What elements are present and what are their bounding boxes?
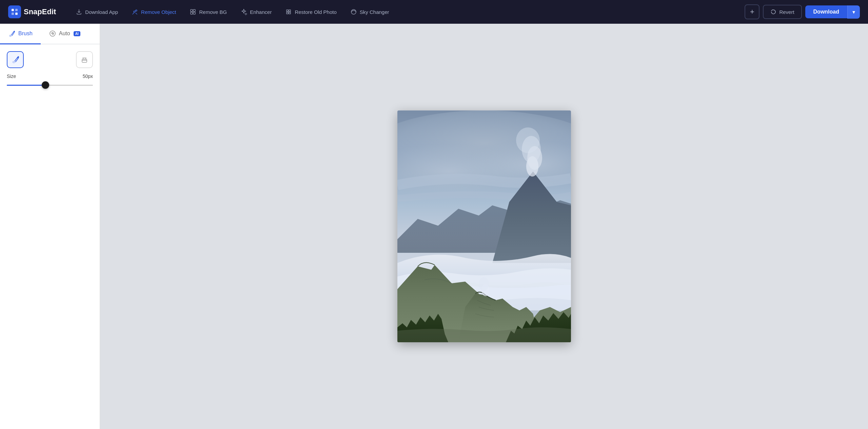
chevron-down-icon: ▾ bbox=[852, 9, 855, 15]
header-right: + Revert Download ▾ bbox=[745, 4, 860, 19]
svg-rect-6 bbox=[193, 9, 195, 12]
slider-track bbox=[7, 85, 93, 86]
nav-item-download-app[interactable]: Download App bbox=[70, 6, 124, 18]
nav-item-remove-bg[interactable]: Remove BG bbox=[183, 6, 233, 18]
svg-rect-12 bbox=[82, 59, 87, 62]
size-label: Size bbox=[7, 74, 16, 79]
tool-panel: Size 50px bbox=[0, 44, 100, 95]
image-canvas bbox=[397, 110, 571, 342]
download-dropdown-button[interactable]: ▾ bbox=[847, 5, 860, 19]
header: SnapEdit Download App Remove Object bbox=[0, 0, 868, 24]
left-panel: Brush Auto AI bbox=[0, 24, 100, 429]
nav-label-remove-bg: Remove BG bbox=[199, 9, 227, 15]
logo[interactable]: SnapEdit bbox=[8, 5, 56, 18]
svg-point-20 bbox=[516, 127, 540, 153]
enhancer-icon bbox=[240, 8, 247, 15]
auto-tab-icon bbox=[49, 30, 56, 37]
remove-bg-icon bbox=[190, 8, 196, 15]
logo-icon bbox=[8, 5, 21, 18]
svg-rect-1 bbox=[15, 9, 18, 11]
nav-item-sky-changer[interactable]: Sky Changer bbox=[344, 6, 395, 18]
nav-item-restore-photo[interactable]: Restore Old Photo bbox=[279, 6, 342, 18]
add-button[interactable]: + bbox=[745, 4, 760, 19]
download-group: Download ▾ bbox=[805, 5, 860, 19]
size-slider[interactable] bbox=[7, 82, 93, 88]
svg-point-9 bbox=[351, 9, 356, 14]
ai-badge: AI bbox=[74, 31, 80, 36]
nav-label-restore-photo: Restore Old Photo bbox=[295, 9, 336, 15]
revert-button[interactable]: Revert bbox=[763, 5, 802, 19]
eraser-tool-button[interactable] bbox=[76, 51, 93, 68]
size-label-row: Size 50px bbox=[7, 74, 93, 79]
brush-tab-label: Brush bbox=[18, 30, 33, 37]
svg-rect-2 bbox=[12, 13, 14, 15]
tab-auto[interactable]: Auto AI bbox=[41, 24, 88, 44]
slider-thumb[interactable] bbox=[42, 81, 49, 89]
tool-row bbox=[7, 51, 93, 68]
logo-text: SnapEdit bbox=[24, 7, 56, 16]
auto-tab-label: Auto bbox=[59, 30, 70, 37]
svg-point-22 bbox=[479, 277, 489, 291]
mountain-scene bbox=[397, 110, 571, 342]
remove-object-icon bbox=[132, 8, 138, 15]
svg-point-4 bbox=[136, 10, 137, 11]
svg-rect-7 bbox=[191, 12, 193, 14]
nav-item-remove-object[interactable]: Remove Object bbox=[125, 6, 182, 18]
nav-label-enhancer: Enhancer bbox=[250, 9, 272, 15]
size-value: 50px bbox=[83, 74, 93, 79]
nav-label-sky-changer: Sky Changer bbox=[360, 9, 389, 15]
slider-fill bbox=[7, 85, 45, 86]
download-button[interactable]: Download bbox=[805, 5, 847, 18]
svg-rect-3 bbox=[15, 13, 18, 15]
svg-rect-0 bbox=[12, 9, 14, 11]
brush-icon bbox=[11, 55, 20, 64]
brush-tab-icon bbox=[8, 30, 16, 37]
size-row: Size 50px bbox=[7, 74, 93, 88]
main-layout: Brush Auto AI bbox=[0, 24, 868, 429]
brush-tool-button[interactable] bbox=[7, 51, 24, 68]
tab-bar: Brush Auto AI bbox=[0, 24, 100, 44]
tab-brush[interactable]: Brush bbox=[0, 24, 41, 44]
sky-icon bbox=[350, 8, 357, 15]
nav-label-remove-object: Remove Object bbox=[141, 9, 176, 15]
nav-item-enhancer[interactable]: Enhancer bbox=[234, 6, 278, 18]
download-label: Download bbox=[813, 9, 839, 15]
revert-icon bbox=[770, 9, 776, 15]
nav-items: Download App Remove Object Remove BG bbox=[70, 6, 745, 18]
svg-rect-5 bbox=[191, 9, 193, 12]
landscape-svg bbox=[397, 110, 571, 342]
download-app-icon bbox=[76, 8, 82, 15]
svg-rect-8 bbox=[193, 12, 195, 14]
restore-icon bbox=[285, 8, 292, 15]
plus-icon: + bbox=[750, 7, 754, 16]
eraser-icon bbox=[80, 55, 89, 64]
nav-label-download-app: Download App bbox=[85, 9, 118, 15]
svg-point-11 bbox=[52, 33, 53, 34]
revert-label: Revert bbox=[779, 9, 794, 15]
canvas-area bbox=[100, 24, 868, 429]
